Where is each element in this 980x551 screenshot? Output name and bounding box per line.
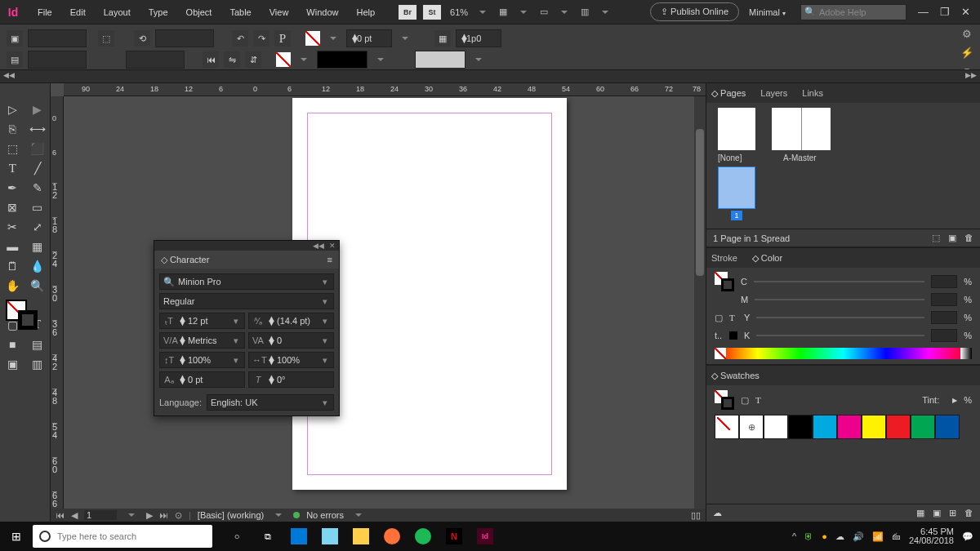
chevron-down-icon[interactable]: ▾ <box>320 355 330 366</box>
tray-onedrive-icon[interactable]: ● <box>822 531 827 541</box>
panel-collapse-icon[interactable]: ◀◀ <box>313 242 324 250</box>
menu-window[interactable]: Window <box>298 4 346 20</box>
menu-layout[interactable]: Layout <box>96 4 139 20</box>
tracking-input[interactable]: VA ▲▼ 0 ▾ <box>248 332 334 349</box>
window-close-icon[interactable]: ✕ <box>961 6 970 18</box>
corner-options-icon[interactable]: ▦ <box>434 30 451 47</box>
screen-dd-icon[interactable] <box>561 11 568 14</box>
master-none-thumb[interactable] <box>718 108 755 150</box>
chevron-down-icon[interactable]: ▾ <box>320 296 330 307</box>
redo-icon[interactable]: ↷ <box>253 30 270 47</box>
screen-mode-icon[interactable]: ▭ <box>536 4 552 20</box>
taskbar-clock[interactable]: 6:45 PM 24/08/2018 <box>909 527 954 545</box>
undo-icon[interactable]: ↶ <box>232 30 248 47</box>
stroke-dd-icon[interactable] <box>301 58 307 61</box>
menu-view[interactable]: View <box>261 4 297 20</box>
unit-icon[interactable]: ⬚ <box>98 30 114 47</box>
arrange-icon[interactable]: ▥ <box>577 4 593 20</box>
baseline-shift-input[interactable]: Aₐ ▲▼ 0 pt <box>159 371 245 388</box>
fill-dd-icon[interactable] <box>330 37 336 40</box>
publish-online-button[interactable]: ⇪ Publish Online <box>650 2 739 21</box>
font-family-input[interactable]: 🔍 Minion Pro ▾ <box>159 273 334 290</box>
tray-expand-icon[interactable]: ^ <box>792 531 796 541</box>
menu-edit[interactable]: Edit <box>62 4 94 20</box>
color-fill-stroke-proxy[interactable] <box>715 272 734 291</box>
kerning-input[interactable]: V/A ▲▼ Metrics ▾ <box>159 332 245 349</box>
task-view-icon[interactable]: ⧉ <box>253 522 283 551</box>
page-tool-icon[interactable]: ⎘ <box>0 119 25 139</box>
settings-gear-icon[interactable]: ⚙ <box>962 28 972 40</box>
tab-swatches[interactable]: ◇ Swatches <box>711 371 760 381</box>
swatch-none[interactable] <box>715 415 739 439</box>
window-restore-icon[interactable]: ❐ <box>940 6 950 18</box>
note-tool-icon[interactable]: 🗒 <box>0 256 25 276</box>
profile-dd-icon[interactable] <box>275 513 282 517</box>
split-view-icon[interactable]: ▯▯ <box>691 510 701 521</box>
eyedropper-tool-icon[interactable]: 💧 <box>25 256 51 276</box>
pencil-tool-icon[interactable]: ✎ <box>25 178 51 198</box>
swatch-magenta[interactable] <box>837 415 862 439</box>
horizontal-scale-input[interactable]: ↔T ▲▼ 100% ▾ <box>248 352 334 368</box>
taskbar-search-input[interactable]: Type here to search <box>33 525 212 548</box>
swatch-blue[interactable] <box>935 415 960 439</box>
collapse-right-icon[interactable]: ▶▶ <box>965 71 977 79</box>
rectangle-tool-icon[interactable]: ▭ <box>25 198 51 217</box>
tray-wifi-icon[interactable]: 📶 <box>872 531 884 542</box>
tab-pages[interactable]: ◇ Pages <box>711 88 746 99</box>
paragraph-icon[interactable]: P <box>274 30 291 47</box>
gap-color[interactable] <box>415 51 466 69</box>
gpu-icon[interactable]: ⚡ <box>960 47 973 59</box>
vertical-ruler[interactable]: 0 6 12 18 24 30 36 42 48 54 60 66 <box>51 96 64 509</box>
errors-dd-icon[interactable] <box>355 513 362 517</box>
open-nav-icon[interactable]: ⊙ <box>175 510 182 521</box>
fill-stroke-proxy[interactable] <box>0 299 50 331</box>
taskbar-app-spotify[interactable] <box>408 522 438 551</box>
leading-input[interactable]: ᴬ⁄ₐ ▲▼ (14.4 pt) ▾ <box>248 313 334 329</box>
zoom-dropdown-icon[interactable] <box>479 11 486 14</box>
direct-selection-tool-icon[interactable]: ▶ <box>25 100 51 119</box>
flip-v-icon[interactable]: ⇵ <box>245 51 261 68</box>
system-tray[interactable]: ^ ⛨ ● ☁ 🔊 📶 🖮 6:45 PM 24/08/2018 💬 <box>792 527 980 545</box>
swatch-cyan[interactable] <box>813 415 837 439</box>
rotation-input[interactable] <box>155 29 214 47</box>
x-position-input[interactable] <box>28 29 87 47</box>
stroke-weight-input[interactable]: ▲▼0 pt <box>346 29 392 47</box>
stroke-style-dd-icon[interactable] <box>377 58 384 61</box>
new-swatch-group-icon[interactable]: ▣ <box>933 508 941 518</box>
canvas[interactable]: 90 24 18 12 6 0 6 12 18 24 30 36 42 48 5… <box>51 83 706 522</box>
tab-stroke[interactable]: Stroke <box>711 253 737 263</box>
free-transform-icon[interactable]: ⤢ <box>25 217 51 237</box>
help-search-input[interactable]: 🔍 Adobe Help <box>800 4 906 20</box>
window-minimize-icon[interactable]: — <box>918 6 929 18</box>
chevron-down-icon[interactable]: ▾ <box>231 355 241 366</box>
delete-swatch-icon[interactable]: 🗑 <box>964 508 973 518</box>
preflight-errors[interactable]: No errors <box>306 510 344 520</box>
new-swatch-icon[interactable]: ⊞ <box>949 508 956 518</box>
scale-input[interactable] <box>126 51 185 69</box>
cortana-circle-icon[interactable]: ○ <box>222 522 252 551</box>
tray-volume-icon[interactable]: 🔊 <box>853 531 864 542</box>
stroke-swatch-icon[interactable] <box>276 52 291 67</box>
view-options-icon[interactable]: ▦ <box>495 4 511 20</box>
chevron-down-icon[interactable]: ▾ <box>231 316 241 327</box>
last-page-icon[interactable]: ⏭ <box>159 510 168 520</box>
text-icon[interactable]: T <box>755 395 761 405</box>
content-placer-icon[interactable]: ⬛ <box>25 139 51 158</box>
chevron-down-icon[interactable]: ▾ <box>231 335 241 346</box>
tab-layers[interactable]: Layers <box>760 88 787 98</box>
scissors-tool-icon[interactable]: ✂ <box>0 217 25 237</box>
pen-tool-icon[interactable]: ✒ <box>0 178 25 198</box>
menu-file[interactable]: File <box>29 4 60 20</box>
taskbar-app-edge[interactable] <box>284 522 314 551</box>
panel-close-icon[interactable]: ✕ <box>329 242 336 250</box>
zoom-tool-icon[interactable]: 🔍 <box>25 276 51 295</box>
channel-k-slider[interactable] <box>756 335 924 336</box>
bridge-icon[interactable]: Br <box>399 5 416 20</box>
taskbar-app-notepad[interactable] <box>315 522 345 551</box>
container-icon[interactable]: ▢ <box>715 313 723 323</box>
gap-dd-icon[interactable] <box>475 58 482 61</box>
line-tool-icon[interactable]: ╱ <box>25 158 51 178</box>
tint-dd-icon[interactable]: ▶ <box>952 397 957 404</box>
edit-page-size-icon[interactable]: ⬚ <box>932 233 940 243</box>
scrollbar-thumb[interactable] <box>696 129 704 276</box>
